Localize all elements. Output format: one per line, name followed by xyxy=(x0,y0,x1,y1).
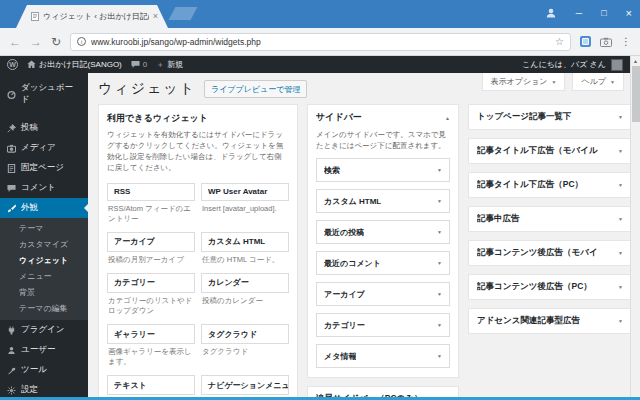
widget-card-nav-menu[interactable]: ナビゲーションメニューサイドバーにナビゲーションメニューを追加。 xyxy=(201,375,289,397)
menu-tools[interactable]: ツール xyxy=(0,360,88,380)
collapse-up-icon[interactable]: ▲ xyxy=(445,115,450,121)
chevron-down-icon[interactable]: ▼ xyxy=(618,318,623,324)
widget-card-calendar[interactable]: カレンダー投稿のカレンダー xyxy=(201,273,289,321)
menu-posts[interactable]: 投稿 xyxy=(0,118,88,138)
site-info-icon[interactable]: i xyxy=(77,37,86,46)
sidebar-panel-header[interactable]: サイドバー ▲ xyxy=(308,105,458,130)
camera-icon xyxy=(7,144,16,153)
widget-card-custom-html[interactable]: カスタム HTML任意の HTML コード。 xyxy=(201,232,289,270)
in-article-ad-panel[interactable]: 記事中広告▼ xyxy=(468,206,630,232)
new-content-link[interactable]: ＋ 新規 xyxy=(156,59,183,70)
browser-titlebar: ウィジェット ‹ お出かけ日記( × ─ □ × xyxy=(0,0,640,28)
user-avatar[interactable] xyxy=(611,59,623,71)
widget-card-rss[interactable]: RSSRSS/Atom フィードのエントリー xyxy=(107,183,195,229)
sidebar-widget-recent-comments[interactable]: 最近のコメント▼ xyxy=(316,251,450,275)
submenu-customize[interactable]: カスタマイズ xyxy=(0,236,88,252)
chevron-down-icon[interactable]: ▼ xyxy=(437,322,442,328)
scrollbar-thumb[interactable] xyxy=(632,66,640,122)
browser-tab[interactable]: ウィジェット ‹ お出かけ日記( × xyxy=(16,5,168,28)
menu-users[interactable]: ユーザー xyxy=(0,340,88,360)
reload-icon[interactable]: ↻ xyxy=(51,36,61,48)
widget-card-gallery[interactable]: ギャラリー画像ギャラリーを表示します。 xyxy=(107,324,195,372)
widget-card-archives[interactable]: アーカイブ投稿の月別アーカイブ xyxy=(107,232,195,270)
page-favicon-icon xyxy=(31,12,39,21)
screen-options-button[interactable]: 表示オプション ▼ xyxy=(482,73,566,91)
widget-card-categories[interactable]: カテゴリーカテゴリーのリストやドロップダウン xyxy=(107,273,195,321)
submenu-editor[interactable]: テーマの編集 xyxy=(0,300,88,316)
chevron-down-icon[interactable]: ▼ xyxy=(437,291,442,297)
maximize-button[interactable]: □ xyxy=(601,8,606,18)
after-content-ad-mobile-panel[interactable]: 記事コンテンツ後広告（モバイ▼ xyxy=(468,240,630,266)
widget-card-wp-user-avatar[interactable]: WP User AvatarInsert [avatar_upload]. xyxy=(201,183,289,229)
sidebar-widget-custom-html[interactable]: カスタム HTML▼ xyxy=(316,189,450,213)
widget-card-text[interactable]: テキスト任意のテキスト。 xyxy=(107,375,195,397)
menu-appearance[interactable]: 外観 xyxy=(0,198,88,218)
appearance-submenu: テーマ カスタマイズ ウィジェット メニュー 背景 テーマの編集 xyxy=(0,218,88,320)
chevron-down-icon[interactable]: ▼ xyxy=(618,216,623,222)
gear-icon xyxy=(7,386,16,395)
menu-comments[interactable]: コメント xyxy=(0,178,88,198)
menu-plugins[interactable]: プラグイン xyxy=(0,320,88,340)
comments-link[interactable]: 0 xyxy=(131,60,147,69)
chevron-down-icon: ▼ xyxy=(610,79,615,85)
browser-menu-icon[interactable]: ⋮ xyxy=(621,36,631,47)
wordpress-logo-icon[interactable]: W xyxy=(7,59,18,70)
after-content-ad-pc-panel[interactable]: 記事コンテンツ後広告（PC）▼ xyxy=(468,274,630,300)
available-widgets-title: 利用できるウィジェット xyxy=(99,105,297,130)
title-ad-mobile-panel[interactable]: 記事タイトル下広告（モバイル▼ xyxy=(468,138,630,164)
chevron-down-icon[interactable]: ▼ xyxy=(618,250,623,256)
chevron-down-icon[interactable]: ▼ xyxy=(618,182,623,188)
sticky-sidebar-panel[interactable]: 追尾サイドバー（PCのみ）▼ xyxy=(307,386,459,397)
howdy-greeting[interactable]: こんにちは、バズ さん xyxy=(522,59,606,70)
toppage-list-panel[interactable]: トップページ記事一覧下▼ xyxy=(468,104,630,130)
page-icon xyxy=(7,164,16,173)
sidebar-widget-recent-posts[interactable]: 最近の投稿▼ xyxy=(316,220,450,244)
submenu-widgets-current[interactable]: ウィジェット xyxy=(0,252,88,268)
camera-extension-icon[interactable] xyxy=(600,37,612,47)
submenu-themes[interactable]: テーマ xyxy=(0,220,88,236)
back-icon[interactable]: ← xyxy=(9,36,21,48)
help-button[interactable]: ヘルプ ▼ xyxy=(572,73,624,91)
bookmark-star-icon[interactable]: ☆ xyxy=(555,36,564,47)
address-bar[interactable]: i www.kuroobi.jp/sango/wp-admin/widgets.… xyxy=(70,33,571,51)
sidebar-panel: サイドバー ▲ メインのサイドバーです。スマホで見たときにはページ下に配置されま… xyxy=(307,104,459,378)
widget-card-tag-cloud[interactable]: タグクラウドタグクラウド xyxy=(201,324,289,372)
title-ad-pc-panel[interactable]: 記事タイトル下広告（PC）▼ xyxy=(468,172,630,198)
sidebar-widget-archives[interactable]: アーカイブ▼ xyxy=(316,282,450,306)
chevron-down-icon[interactable]: ▼ xyxy=(618,284,623,290)
chevron-down-icon[interactable]: ▼ xyxy=(437,167,442,173)
forward-icon[interactable]: → xyxy=(30,36,42,48)
submenu-menus[interactable]: メニュー xyxy=(0,268,88,284)
chevron-down-icon[interactable]: ▼ xyxy=(618,114,623,120)
live-preview-button[interactable]: ライブプレビューで管理 xyxy=(204,80,308,98)
chevron-down-icon[interactable]: ▼ xyxy=(437,353,442,359)
adsense-related-ad-panel[interactable]: アドセンス関連記事型広告▼ xyxy=(468,308,630,334)
menu-dashboard[interactable]: ダッシュボード xyxy=(0,78,88,110)
home-icon xyxy=(27,60,36,69)
chevron-down-icon[interactable]: ▼ xyxy=(437,198,442,204)
profile-icon[interactable] xyxy=(545,7,557,19)
submenu-background[interactable]: 背景 xyxy=(0,284,88,300)
new-tab-button[interactable] xyxy=(169,7,198,20)
menu-pages[interactable]: 固定ページ xyxy=(0,158,88,178)
url-text[interactable]: www.kuroobi.jp/sango/wp-admin/widgets.ph… xyxy=(91,37,550,47)
chevron-down-icon[interactable]: ▼ xyxy=(437,260,442,266)
minimize-button[interactable]: ─ xyxy=(576,8,582,18)
extension-icon[interactable] xyxy=(580,36,591,47)
site-link[interactable]: お出かけ日記(SANGO) xyxy=(27,59,122,70)
menu-media[interactable]: メディア xyxy=(0,138,88,158)
scrollbar-up-icon[interactable]: ▲ xyxy=(633,58,638,64)
page-scrollbar[interactable]: ▲ xyxy=(630,56,640,397)
tab-close-icon[interactable]: × xyxy=(153,12,158,21)
close-button[interactable]: × xyxy=(626,7,632,19)
chevron-down-icon[interactable]: ▼ xyxy=(437,229,442,235)
sidebar-widget-search[interactable]: 検索▼ xyxy=(316,158,450,182)
chevron-down-icon: ▼ xyxy=(552,79,557,85)
plugin-icon xyxy=(7,326,16,335)
sidebar-widget-categories[interactable]: カテゴリー▼ xyxy=(316,313,450,337)
browser-toolbar: ← → ↻ i www.kuroobi.jp/sango/wp-admin/wi… xyxy=(0,28,640,56)
comments-icon xyxy=(7,184,16,193)
chevron-down-icon[interactable]: ▼ xyxy=(618,148,623,154)
sidebar-widget-meta[interactable]: メタ情報▼ xyxy=(316,344,450,368)
user-icon xyxy=(7,346,16,355)
